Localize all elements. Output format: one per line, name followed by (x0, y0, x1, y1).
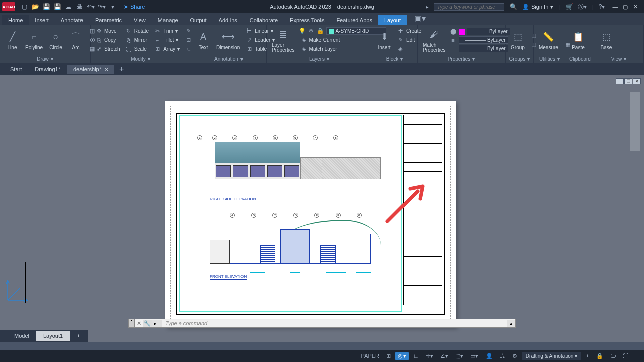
linetype-icon[interactable]: ≡ (450, 45, 457, 52)
command-history-icon[interactable]: ▴ (507, 320, 515, 327)
menu-express-tools[interactable]: Express Tools (284, 15, 330, 25)
menu-featured-apps[interactable]: Featured Apps (330, 15, 378, 25)
menu-annotate[interactable]: Annotate (55, 15, 89, 25)
panel-block-title[interactable]: Block ▾ (372, 55, 417, 63)
add-layout-button[interactable]: + (70, 331, 87, 341)
menu-parametric[interactable]: Parametric (89, 15, 128, 25)
menu-addins[interactable]: Add-ins (213, 15, 244, 25)
status-add-icon[interactable]: + (583, 352, 591, 360)
panel-annotation-title[interactable]: Annotation ▾ (191, 55, 266, 63)
menu-insert[interactable]: Insert (29, 15, 55, 25)
drawing-window[interactable]: — ❐ ✕ 12345678 RIGHT SIDE ELEVATION (0, 75, 644, 328)
layer-properties-button[interactable]: ≣Layer Properties (270, 27, 297, 54)
insert-button[interactable]: ⬇Insert (375, 29, 393, 51)
menu-collaborate[interactable]: Collaborate (244, 15, 284, 25)
redo-icon[interactable]: ↷▾ (98, 3, 106, 11)
linetype-dropdown[interactable]: ———— ByLayer (459, 45, 508, 52)
new-tab-button[interactable]: + (115, 63, 128, 75)
lineweight-icon[interactable]: ≡ (450, 37, 457, 44)
stretch-button[interactable]: ⤢Stretch (94, 45, 122, 53)
dwg-close[interactable]: ✕ (633, 78, 641, 84)
status-paper[interactable]: PAPER (359, 352, 382, 360)
workspace-dropdown[interactable]: Drafting & Annotation ▾ (522, 352, 581, 360)
help-search-input[interactable] (434, 3, 504, 11)
dwg-restore[interactable]: ❐ (624, 78, 632, 84)
panel-modify-title[interactable]: Modify ▾ (91, 55, 191, 63)
group-button[interactable]: ⬚Group (509, 29, 527, 51)
command-drag-handle[interactable]: ⋮ (129, 319, 135, 327)
save-icon[interactable]: 💾 (42, 3, 50, 11)
command-input[interactable]: Type a command (162, 320, 507, 326)
color-dropdown[interactable]: ByLayer (467, 28, 510, 35)
circle-button[interactable]: ○Circle (47, 29, 65, 51)
tab-layout1[interactable]: Layout1 (36, 331, 70, 341)
status-gear-icon[interactable]: ⚙ (510, 352, 520, 360)
status-osnap-icon[interactable]: ⬚▾ (453, 352, 466, 360)
status-snap-icon[interactable]: ◎▾ (395, 352, 409, 360)
web-icon[interactable]: ☁ (64, 3, 72, 11)
status-ortho-icon[interactable]: ∟ (411, 352, 421, 360)
status-lwt-icon[interactable]: ▭▾ (468, 352, 481, 360)
command-close-icon[interactable]: ✕ (135, 320, 143, 327)
panel-draw-title[interactable]: Draw ▾ (0, 55, 90, 63)
minimize-button[interactable]: — (611, 3, 620, 11)
panel-layers-title[interactable]: Layers ▾ (267, 55, 372, 63)
menu-manage[interactable]: Manage (152, 15, 184, 25)
polyline-button[interactable]: ⌐Polyline (23, 29, 45, 51)
new-icon[interactable]: ▢ (20, 3, 28, 11)
tab-drawing1[interactable]: Drawing1* (29, 65, 66, 74)
layer-bulb-icon[interactable]: 💡 (299, 28, 306, 35)
open-icon[interactable]: 📂 (31, 3, 39, 11)
text-button[interactable]: AText (194, 29, 212, 51)
status-polar-icon[interactable]: ✛▾ (423, 352, 436, 360)
menu-extra-icon[interactable]: ▣▾ (410, 12, 430, 25)
status-monitor-icon[interactable]: 🖵 (608, 352, 618, 360)
layer-freeze-icon[interactable]: ❄ (308, 28, 315, 35)
cart-icon[interactable]: 🛒 (565, 3, 573, 11)
mirror-button[interactable]: ⧎Mirror (124, 36, 150, 44)
trim-button[interactable]: ✂Trim ▾ (152, 27, 181, 35)
color-icon[interactable]: ⬤ (450, 28, 457, 35)
panel-groups-title[interactable]: Groups ▾ (506, 55, 533, 63)
scale-button[interactable]: ⛶Scale (124, 45, 150, 53)
match-properties-button[interactable]: 🖌Match Properties (421, 27, 448, 54)
layer-lock-icon[interactable]: 🔒 (317, 28, 324, 35)
undo-icon[interactable]: ↶▾ (87, 3, 95, 11)
menu-output[interactable]: Output (184, 15, 213, 25)
close-button[interactable]: ✕ (631, 3, 640, 11)
help-icon[interactable]: ?▾ (598, 3, 606, 11)
fillet-button[interactable]: ⌐Fillet ▾ (152, 36, 181, 44)
tab-dealership[interactable]: dealership*✕ (67, 65, 114, 74)
status-annoscale-icon[interactable]: ⛼ (497, 352, 508, 360)
arc-button[interactable]: ⌒Arc (67, 29, 85, 51)
rotate-button[interactable]: ↻Rotate (124, 27, 150, 35)
signin-button[interactable]: 👤 Sign In ▾ (522, 4, 553, 10)
status-scale-icon[interactable]: 👤 (483, 352, 495, 360)
menu-layout[interactable]: Layout (378, 15, 407, 25)
panel-utilities-title[interactable]: Utilities ▾ (534, 55, 566, 63)
search-icon[interactable]: 🔍 (509, 3, 517, 11)
line-button[interactable]: ╱Line (3, 29, 21, 51)
tab-start[interactable]: Start (4, 65, 28, 74)
share-button[interactable]: ➤ Share (124, 4, 145, 10)
panel-view-title[interactable]: View ▾ (594, 55, 643, 63)
paste-button[interactable]: 📋Paste (569, 29, 587, 51)
close-icon[interactable]: ✕ (104, 67, 108, 72)
status-iso-icon[interactable]: ∠▾ (438, 352, 451, 360)
copy-button[interactable]: ⎘Copy (94, 36, 122, 44)
dimension-button[interactable]: ⟷Dimension (214, 29, 242, 51)
menu-home[interactable]: Home (2, 15, 29, 25)
qat-more-icon[interactable]: ▾ (109, 3, 117, 11)
plot-icon[interactable]: 🖶 (75, 3, 84, 11)
base-button[interactable]: ⬚Base (597, 29, 615, 51)
array-button[interactable]: ⊞Array ▾ (152, 45, 181, 53)
panel-properties-title[interactable]: Properties ▾ (418, 55, 505, 63)
autocomplete-icon[interactable]: ▸ (426, 4, 429, 10)
lineweight-dropdown[interactable]: ———— ByLayer (459, 36, 508, 44)
autodesk-app-icon[interactable]: Ⓐ▾ (578, 3, 586, 11)
tab-model[interactable]: Model (7, 331, 36, 341)
measure-button[interactable]: 📏Measure (537, 29, 560, 51)
status-cleanscreen-icon[interactable]: ⛶ (620, 352, 631, 360)
menu-view[interactable]: View (128, 15, 152, 25)
status-grid-icon[interactable]: ⊞ (384, 352, 393, 360)
